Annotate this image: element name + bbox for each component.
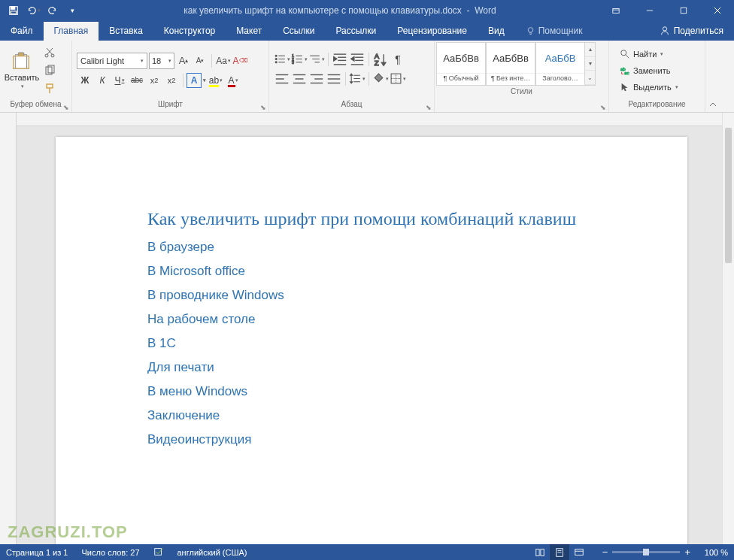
horizontal-ruler[interactable] bbox=[17, 113, 722, 126]
collapse-ribbon-icon[interactable] bbox=[705, 41, 720, 112]
shading-icon[interactable]: ▾ bbox=[372, 71, 389, 87]
status-spellcheck-icon[interactable] bbox=[153, 546, 164, 558]
text-effects-icon[interactable]: A▾ bbox=[187, 73, 202, 88]
zoom-control: − + 100 % bbox=[602, 546, 728, 558]
tab-view[interactable]: Вид bbox=[478, 22, 515, 41]
font-launcher-icon[interactable]: ⬊ bbox=[260, 104, 266, 111]
line-spacing-icon[interactable]: ▾ bbox=[349, 71, 365, 87]
toc-link[interactable]: Заключение bbox=[147, 408, 597, 423]
svg-rect-19 bbox=[47, 84, 53, 88]
style-heading1[interactable]: АаБбВ Заголово… bbox=[535, 42, 585, 86]
replace-button[interactable]: abac Заменить bbox=[620, 63, 678, 78]
tab-mailings[interactable]: Рассылки bbox=[325, 22, 387, 41]
subscript-button[interactable]: x2 bbox=[146, 72, 162, 89]
grow-font-icon[interactable]: A▴ bbox=[176, 53, 191, 69]
align-center-icon[interactable] bbox=[291, 71, 308, 87]
share-button[interactable]: Поделиться bbox=[649, 22, 734, 41]
status-language[interactable]: английский (США) bbox=[177, 548, 247, 557]
show-marks-icon[interactable]: ¶ bbox=[390, 51, 406, 68]
person-icon bbox=[660, 26, 670, 36]
italic-button[interactable]: К bbox=[94, 72, 111, 89]
tab-design[interactable]: Конструктор bbox=[153, 22, 226, 41]
font-name-combo[interactable]: Calibri Light▾ bbox=[77, 53, 147, 69]
select-label: Выделить bbox=[633, 83, 672, 92]
toc-link[interactable]: На рабочем столе bbox=[147, 312, 597, 327]
clipboard-launcher-icon[interactable]: ⬊ bbox=[63, 104, 69, 111]
toc-link[interactable]: Для печати bbox=[147, 360, 597, 375]
zoom-out-icon[interactable]: − bbox=[602, 546, 608, 558]
superscript-button[interactable]: x2 bbox=[163, 72, 180, 89]
view-web-icon[interactable] bbox=[569, 544, 589, 560]
format-painter-icon[interactable] bbox=[42, 81, 57, 96]
toc-link[interactable]: Видеоинструкция bbox=[147, 432, 597, 447]
view-print-icon[interactable] bbox=[550, 544, 569, 560]
redo-icon[interactable] bbox=[44, 2, 62, 20]
sort-icon[interactable]: AZ bbox=[372, 51, 389, 68]
copy-icon[interactable] bbox=[42, 63, 57, 78]
vertical-scrollbar[interactable] bbox=[722, 113, 734, 544]
ribbon-display-icon[interactable] bbox=[599, 0, 632, 21]
maximize-icon[interactable] bbox=[666, 0, 700, 21]
styles-launcher-icon[interactable]: ⬊ bbox=[600, 104, 606, 111]
underline-label: Ч bbox=[115, 75, 121, 86]
save-icon[interactable] bbox=[5, 2, 23, 20]
document-page[interactable]: Как увеличить шрифт при помощи комбинаци… bbox=[56, 137, 687, 544]
styles-gallery-scroll[interactable]: ▴▾⌄ bbox=[585, 42, 596, 86]
bold-button[interactable]: Ж bbox=[77, 72, 93, 89]
toc-link[interactable]: В 1С bbox=[147, 336, 597, 351]
zoom-value[interactable]: 100 % bbox=[695, 548, 728, 557]
status-words[interactable]: Число слов: 27 bbox=[81, 548, 139, 557]
strike-button[interactable]: abc bbox=[129, 72, 145, 89]
tab-references[interactable]: Ссылки bbox=[272, 22, 325, 41]
toc-link[interactable]: В Microsoft office bbox=[147, 264, 597, 279]
undo-icon[interactable]: ▾ bbox=[24, 2, 42, 20]
tab-review[interactable]: Рецензирование bbox=[387, 22, 478, 41]
find-button[interactable]: Найти▾ bbox=[620, 47, 678, 62]
align-left-icon[interactable] bbox=[274, 71, 290, 87]
toc-link[interactable]: В проводнике Windows bbox=[147, 288, 597, 303]
qat-customize-icon[interactable]: ▾ bbox=[63, 2, 81, 20]
paste-button[interactable]: Вставить ▾ bbox=[5, 52, 39, 89]
tab-insert[interactable]: Вставка bbox=[99, 22, 153, 41]
styles-expand-icon[interactable]: ⌄ bbox=[585, 71, 595, 85]
tab-layout[interactable]: Макет bbox=[226, 22, 272, 41]
borders-icon[interactable]: ▾ bbox=[390, 71, 406, 87]
status-page[interactable]: Страница 1 из 1 bbox=[6, 548, 68, 557]
paragraph-launcher-icon[interactable]: ⬊ bbox=[426, 104, 432, 111]
zoom-slider[interactable] bbox=[612, 551, 680, 553]
font-color-icon[interactable]: A▾ bbox=[225, 72, 241, 89]
change-case-icon[interactable]: Aa▾ bbox=[216, 53, 231, 69]
svg-text:3: 3 bbox=[292, 60, 294, 65]
tell-me-search[interactable]: Помощник bbox=[515, 22, 593, 41]
highlight-icon[interactable]: ab▾ bbox=[208, 72, 224, 89]
style-preview-normal: АаБбВв bbox=[437, 43, 485, 73]
tab-file[interactable]: Файл bbox=[0, 22, 44, 41]
doc-heading[interactable]: Как увеличить шрифт при помощи комбинаци… bbox=[147, 209, 597, 229]
minimize-icon[interactable] bbox=[632, 0, 666, 21]
decrease-indent-icon[interactable] bbox=[332, 51, 348, 68]
cut-icon[interactable] bbox=[42, 45, 57, 60]
toc-link[interactable]: В браузере bbox=[147, 240, 597, 255]
bullets-icon[interactable]: ▾ bbox=[274, 51, 290, 68]
style-normal[interactable]: АаБбВв ¶ Обычный bbox=[436, 42, 486, 86]
svg-point-14 bbox=[51, 54, 54, 57]
align-justify-icon[interactable] bbox=[326, 71, 342, 87]
numbering-icon[interactable]: 123▾ bbox=[291, 51, 308, 68]
multilevel-icon[interactable]: ▾ bbox=[308, 51, 325, 68]
find-label: Найти bbox=[633, 50, 657, 59]
increase-indent-icon[interactable] bbox=[349, 51, 365, 68]
view-read-icon[interactable] bbox=[530, 544, 550, 560]
close-icon[interactable] bbox=[700, 0, 734, 21]
underline-button[interactable]: Ч▾ bbox=[111, 72, 128, 89]
zoom-in-icon[interactable]: + bbox=[684, 546, 690, 558]
vertical-ruler[interactable] bbox=[0, 113, 17, 544]
align-right-icon[interactable] bbox=[308, 71, 325, 87]
clear-format-icon[interactable]: A⌫ bbox=[232, 53, 247, 69]
tab-home[interactable]: Главная bbox=[44, 22, 99, 41]
toc-link[interactable]: В меню Windows bbox=[147, 384, 597, 399]
select-button[interactable]: Выделить▾ bbox=[620, 80, 678, 95]
shrink-font-icon[interactable]: A▾ bbox=[193, 53, 208, 69]
svg-rect-81 bbox=[575, 549, 584, 555]
style-nospace[interactable]: АаБбВв ¶ Без инте… bbox=[486, 42, 535, 86]
font-size-combo[interactable]: 18▾ bbox=[149, 53, 174, 69]
